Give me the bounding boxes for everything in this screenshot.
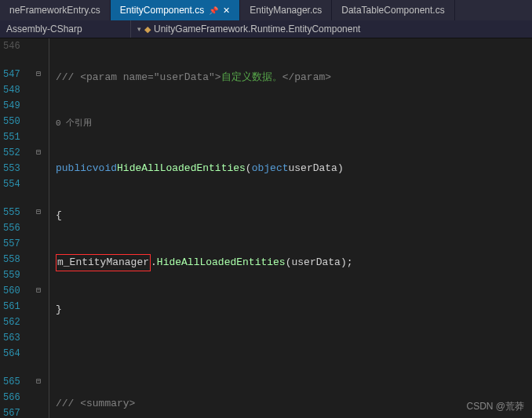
tab-file-1[interactable]: EntityComponent.cs 📌 ✕ <box>111 0 240 20</box>
symbol-path: UnityGameFramework.Runtime.EntityCompone… <box>154 24 360 35</box>
line-number: 559 <box>3 267 30 283</box>
line-number: 554 <box>3 176 30 192</box>
line-number: 555 <box>3 205 30 220</box>
codelens[interactable]: 0 个引用 <box>56 117 532 129</box>
tab-label: EntityManager.cs <box>250 5 322 16</box>
tab-label: DataTableComponent.cs <box>341 5 444 16</box>
tab-file-2[interactable]: EntityManager.cs <box>240 0 332 20</box>
line-number: 546 <box>3 38 30 54</box>
project-name: Assembly-CSharp <box>6 24 82 35</box>
fold-toggle[interactable]: ⊟ <box>36 67 49 82</box>
tab-bar: neFrameworkEntry.cs EntityComponent.cs 📌… <box>0 0 532 20</box>
code-area[interactable]: /// <param name="userData">自定义数据。</param… <box>49 38 532 418</box>
line-number: 567 <box>3 405 30 418</box>
tab-file-3[interactable]: DataTableComponent.cs <box>332 0 454 20</box>
code-line: { <box>56 208 532 224</box>
code-line: m_EntityManager.HideAllLoadedEntities(us… <box>56 255 532 271</box>
highlight-box: m_EntityManager <box>56 254 151 271</box>
tab-label: EntityComponent.cs <box>120 5 204 16</box>
line-number: 553 <box>3 161 30 176</box>
line-number: 564 <box>3 346 30 362</box>
line-number: 563 <box>3 330 30 346</box>
class-icon: ◆ <box>144 24 151 35</box>
code-line <box>56 349 532 365</box>
line-number: 566 <box>3 390 30 405</box>
line-number: 547 <box>3 67 30 82</box>
pin-icon[interactable]: 📌 <box>209 6 218 15</box>
line-number: 551 <box>3 129 30 145</box>
line-number: 549 <box>3 98 30 114</box>
line-number: 562 <box>3 314 30 330</box>
fold-toggle[interactable]: ⊟ <box>36 145 49 161</box>
project-dropdown[interactable]: Assembly-CSharp <box>0 20 131 38</box>
line-number: 556 <box>3 220 30 236</box>
tab-file-0[interactable]: neFrameworkEntry.cs <box>0 0 111 20</box>
line-number: 558 <box>3 252 30 267</box>
fold-gutter: ⊟ ⊟ ⊟ ⊟ ⊟ <box>36 38 49 418</box>
watermark: CSDN @荒莽 <box>466 400 524 413</box>
line-number: 565 <box>3 374 30 390</box>
line-number: 548 <box>3 82 30 98</box>
line-number: 557 <box>3 236 30 252</box>
code-line: /// <summary> <box>56 396 532 412</box>
line-number-gutter: 546 547 548 549 550 551 552 553 554 555 … <box>0 38 36 418</box>
line-number: 552 <box>3 145 30 161</box>
fold-toggle[interactable]: ⊟ <box>36 205 49 220</box>
line-number: 550 <box>3 114 30 129</box>
code-line: } <box>56 302 532 318</box>
code-line: /// <param name="userData">自定义数据。</param… <box>56 70 532 85</box>
close-icon[interactable]: ✕ <box>223 5 230 16</box>
context-bar: Assembly-CSharp ▾ ◆ UnityGameFramework.R… <box>0 20 532 38</box>
code-editor[interactable]: 546 547 548 549 550 551 552 553 554 555 … <box>0 38 532 418</box>
code-line: public void HideAllLoadedEntities(object… <box>56 161 532 176</box>
fold-toggle[interactable]: ⊟ <box>36 374 49 390</box>
line-number: 561 <box>3 299 30 314</box>
line-number: 560 <box>3 283 30 299</box>
fold-toggle[interactable]: ⊟ <box>36 283 49 299</box>
tab-label: neFrameworkEntry.cs <box>9 5 100 16</box>
symbol-dropdown[interactable]: ▾ ◆ UnityGameFramework.Runtime.EntityCom… <box>131 24 366 35</box>
chevron-down-icon: ▾ <box>137 25 141 33</box>
